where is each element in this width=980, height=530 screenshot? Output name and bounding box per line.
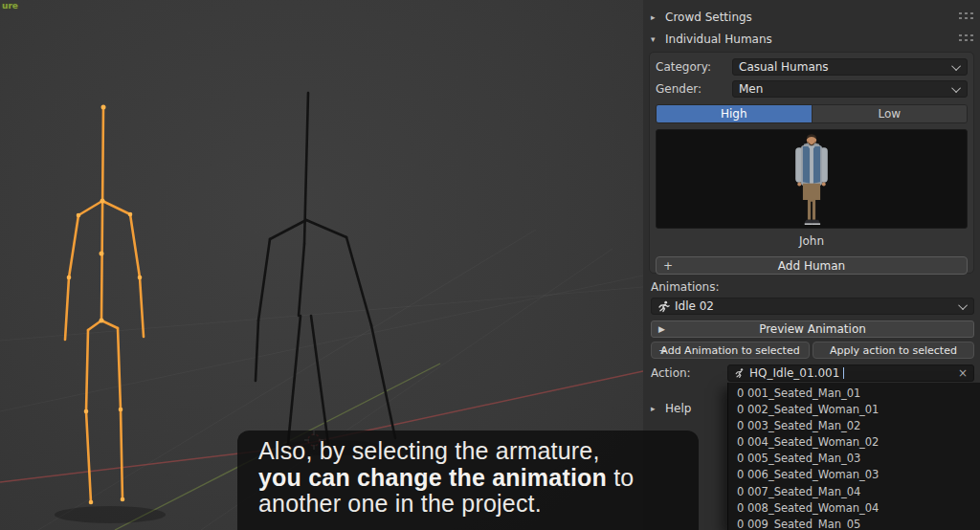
human-preview-figure [785,132,838,228]
woman-armature-selected[interactable] [65,107,144,502]
quality-toggle: High Low [656,104,968,123]
list-item[interactable]: 0 006_Seated_Woman_03 [728,467,980,483]
list-item[interactable]: 0 009_Seated_Man_05 [728,517,980,530]
quality-high-button[interactable]: High [657,105,812,122]
clear-icon[interactable]: × [958,366,968,380]
chevron-down-icon [951,61,961,71]
woman-shadow [55,506,166,523]
man-armature[interactable] [256,93,395,444]
chevron-down-icon: ▾ [651,34,659,44]
list-item[interactable]: 0 003_Seated_Man_02 [728,418,980,434]
quality-low-button[interactable]: Low [812,105,968,122]
add-human-label: Add Human [778,259,845,273]
app-window: ure ▸ Crowd Settings ▾ Individual Humans… [0,0,980,530]
add-human-button[interactable]: + Add Human [656,256,968,275]
category-value: Casual Humans [739,60,829,74]
caption-line-3: another one in the project. [258,491,699,518]
apply-action-to-selected-button[interactable]: Apply action to selected [813,342,974,359]
section-label: Individual Humans [665,33,772,46]
action-value: HQ_Idle_01.001 [749,366,839,380]
preview-animation-label: Preview Animation [759,322,866,336]
gender-select[interactable]: Men [732,80,968,98]
category-label: Category: [656,60,732,74]
text-cursor [843,367,844,379]
gender-label: Gender: [656,82,732,96]
caption-line-1: Also, by selecting the armature, [258,438,699,465]
section-help[interactable]: ▸ Help [651,400,691,417]
add-animation-label: Add Animation to selected [660,344,799,357]
section-individual-humans[interactable]: ▾ Individual Humans [651,31,772,48]
woman-armature-joints [67,105,143,505]
apply-action-label: Apply action to selected [830,344,957,357]
human-preview-image[interactable] [656,129,968,229]
gender-value: Men [739,82,763,96]
chevron-down-icon [958,300,968,310]
action-label: Action: [651,366,727,380]
animations-label: Animations: [651,280,719,294]
human-name-label: John [656,234,968,250]
list-item[interactable]: 0 007_Seated_Man_04 [728,484,980,500]
list-item[interactable]: 0 001_Seated_Man_01 [728,386,980,402]
chevron-right-icon: ▸ [651,12,659,22]
add-animation-to-selected-button[interactable]: + Add Animation to selected [651,342,810,359]
caption-line-2: you can change the animation to [258,465,699,492]
preview-animation-button[interactable]: ▶ Preview Animation [651,320,974,338]
list-item[interactable]: 0 005_Seated_Man_03 [728,451,980,467]
chevron-right-icon: ▸ [651,404,659,413]
category-select[interactable]: Casual Humans [732,58,968,76]
action-search-input[interactable]: HQ_Idle_01.001 × [727,364,974,382]
viewport-overlay-text: ure [2,1,18,11]
plus-icon: + [658,344,667,357]
subtitle-caption: Also, by selecting the armature, you can… [237,431,699,530]
action-icon [734,367,746,379]
section-crowd-settings[interactable]: ▸ Crowd Settings [651,9,752,26]
animation-value: Idle 02 [675,299,714,313]
section-label: Crowd Settings [665,11,752,24]
individual-humans-box: Category: Casual Humans Gender: Men High… [649,52,974,274]
drag-handle-icon[interactable] [959,12,973,19]
run-animation-icon [657,300,670,313]
animation-select[interactable]: Idle 02 [651,298,974,315]
section-label: Help [665,402,691,415]
list-item[interactable]: 0 004_Seated_Woman_02 [728,434,980,451]
play-icon: ▶ [658,324,665,334]
action-row: Action: HQ_Idle_01.001 × [651,364,974,382]
plus-icon: + [663,259,673,273]
chevron-down-icon [951,83,961,93]
list-item[interactable]: 0 008_Seated_Woman_04 [728,500,980,517]
drag-handle-icon[interactable] [959,34,973,41]
action-search-dropdown: 0 001_Seated_Man_01 0 002_Seated_Woman_0… [727,383,980,530]
list-item[interactable]: 0 002_Seated_Woman_01 [728,402,980,418]
